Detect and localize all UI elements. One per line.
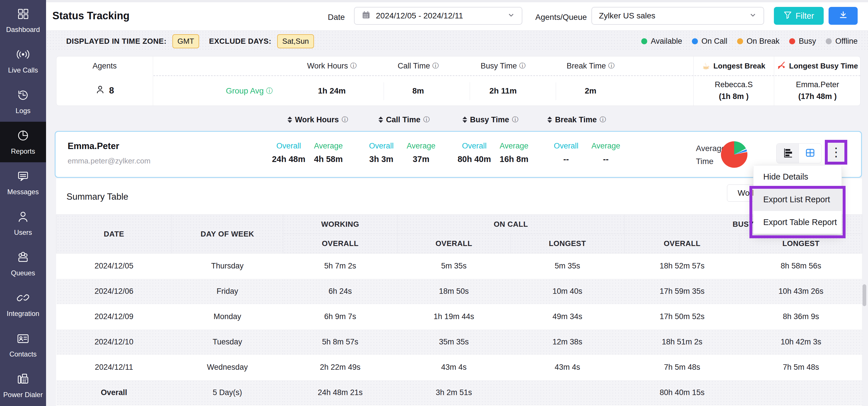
sidebar-item-dashboard[interactable]: Dashboard — [0, 0, 46, 40]
info-icon[interactable]: ⓘ — [266, 86, 273, 95]
group-header-on-call: ON CALL — [398, 215, 624, 234]
date-label: Date — [328, 13, 345, 22]
col-header-date[interactable]: DATE — [56, 215, 172, 253]
table-row[interactable]: 2024/12/06Friday6h 24s18m 50s10m 40s17h … — [56, 279, 862, 304]
info-icon[interactable]: ⓘ — [519, 62, 526, 70]
col-header-day-of-week[interactable]: DAY OF WEEK — [172, 215, 283, 253]
bar-chart-view-button[interactable] — [776, 144, 799, 163]
sidebar-item-label: Integration — [7, 310, 39, 318]
sidebar-item-label: Live Calls — [8, 66, 38, 74]
view-toggle — [776, 143, 822, 163]
group-avg-label: Group Avgⓘ — [206, 76, 292, 105]
calendar-icon — [362, 10, 371, 22]
menu-item-export-table-report[interactable]: Export Table Report — [753, 211, 841, 233]
sidebar-item-users[interactable]: Users — [0, 203, 46, 243]
work-hours-metric: Overall24h 48m Average4h 58m — [270, 142, 347, 164]
col-header-oncall-longest[interactable]: LONGEST — [510, 234, 624, 253]
sidebar-item-label: Users — [14, 228, 32, 237]
sidebar-item-label: Logs — [16, 107, 31, 115]
longest-busy-value: (17h 48m ) — [798, 92, 837, 101]
menu-item-hide-details[interactable]: Hide Details — [753, 165, 841, 188]
col-header-oncall-overall[interactable]: OVERALL — [398, 234, 510, 253]
call-time-average: 37m — [413, 155, 429, 164]
bar-chart-icon — [782, 147, 793, 159]
sidebar-item-messages[interactable]: Messages — [0, 162, 46, 203]
sidebar-item-queues[interactable]: Queues — [0, 243, 46, 284]
sidebar-item-label: Dashboard — [6, 26, 40, 34]
sidebar-item-label: Reports — [11, 147, 35, 155]
summary-table-title: Summary Table — [66, 192, 128, 202]
table-row-overall[interactable]: Overall5 Day(s)24h 48m 21s3h 2m 51s80h 4… — [56, 380, 862, 405]
info-icon[interactable]: ⓘ — [432, 62, 439, 70]
info-icon[interactable]: ⓘ — [350, 62, 356, 70]
phone-off-icon — [777, 61, 786, 71]
person-icon — [95, 85, 105, 97]
average-time-pie-chart[interactable] — [721, 141, 747, 168]
table-row[interactable]: 2024/12/11Wednesday2h 22m 49s43m 4s43m 4… — [56, 355, 862, 380]
sort-call-time[interactable]: Call Timeⓘ — [361, 112, 447, 128]
sort-work-hours[interactable]: Work Hoursⓘ — [275, 112, 361, 128]
info-icon[interactable]: ⓘ — [342, 115, 348, 124]
call-time-header: Call Timeⓘ — [375, 56, 461, 75]
break-time-value: 2m — [548, 76, 634, 105]
agent-email: emma.peter@zylker.com — [68, 157, 151, 165]
call-time-value: 8m — [375, 76, 461, 105]
timezone-label: DISPLAYED IN TIME ZONE: — [66, 37, 167, 46]
sidebar-item-reports[interactable]: Reports — [0, 122, 46, 162]
table-row[interactable]: 2024/12/09Monday6h 9m 7s1h 19m 44s49m 34… — [56, 304, 862, 330]
agent-card: Emma.Peter emma.peter@zylker.com Overall… — [55, 131, 862, 178]
sort-bar: Work Hoursⓘ Call Timeⓘ Busy Timeⓘ Break … — [275, 112, 620, 128]
menu-item-export-list-report[interactable]: Export List Report — [753, 188, 841, 211]
sidebar-item-contacts[interactable]: Contacts — [0, 324, 46, 365]
busy-dot — [789, 38, 795, 44]
filter-button-label: Filter — [796, 11, 814, 21]
info-icon[interactable]: ⓘ — [608, 62, 615, 70]
table-view-button[interactable] — [799, 144, 822, 163]
work-hours-header: Work Hoursⓘ — [289, 56, 375, 75]
table-grid-icon — [805, 148, 815, 159]
summary-table: DATE DAY OF WEEK WORKING ON CALL BUSY OV… — [56, 214, 862, 405]
agent-count: 8 — [56, 75, 153, 105]
on-break-dot — [737, 38, 743, 44]
col-header-busy-overall[interactable]: OVERALL — [624, 234, 740, 253]
sort-break-time[interactable]: Break Timeⓘ — [534, 112, 620, 128]
page-title: Status Tracking — [52, 10, 129, 22]
summary-table-section: Summary Table Work DATE DAY OF WEEK WORK… — [56, 178, 862, 406]
busy-time-header: Busy Timeⓘ — [460, 56, 546, 75]
user-icon — [17, 210, 30, 225]
longest-busy-column: Longest Busy Time Emma.Peter(17h 48m ) — [774, 56, 861, 105]
offline-dot — [826, 38, 832, 44]
download-button[interactable] — [829, 7, 858, 25]
sidebar-item-label: Messages — [7, 188, 38, 196]
info-icon[interactable]: ⓘ — [423, 115, 430, 124]
col-header-working-overall[interactable]: OVERALL — [283, 234, 398, 253]
sidebar-item-power-dialer[interactable]: Power Dialer — [0, 365, 46, 406]
topbar: Status Tracking Date 2024/12/05 - 2024/1… — [46, 2, 868, 31]
vertical-scrollbar-thumb[interactable] — [863, 284, 866, 306]
sidebar-item-integration[interactable]: Integration — [0, 284, 46, 324]
filter-button[interactable]: Filter — [774, 7, 824, 25]
sidebar-item-logs[interactable]: Logs — [0, 81, 46, 122]
info-icon[interactable]: ⓘ — [599, 115, 606, 124]
busy-time-average: 16h 8m — [500, 155, 528, 164]
sort-busy-time[interactable]: Busy Timeⓘ — [447, 112, 534, 128]
longest-break-value: (1h 8m ) — [719, 92, 749, 101]
contacts-card-icon — [17, 332, 30, 347]
col-header-busy-longest[interactable]: LONGEST — [740, 234, 862, 253]
legend-item-available: Available — [641, 37, 682, 46]
sidebar-item-live-calls[interactable]: Live Calls — [0, 40, 46, 81]
timezone-badge: GMT — [173, 34, 199, 48]
busy-time-metric: Overall80h 40m Average16h 8m — [456, 142, 533, 164]
table-row[interactable]: 2024/12/05Thursday5h 7m 2s5m 35s5m 35s18… — [56, 253, 862, 279]
info-icon[interactable]: ⓘ — [512, 115, 518, 124]
sort-icon — [287, 117, 292, 123]
reports-pie-icon — [17, 129, 30, 144]
exclude-days-label: EXCLUDE DAYS: — [209, 37, 271, 46]
break-time-average: -- — [603, 155, 609, 164]
on-call-dot — [692, 38, 698, 44]
kebab-menu-button[interactable]: ⋮ — [828, 143, 844, 162]
agents-queue-select[interactable]: Zylker US sales — [591, 7, 764, 25]
table-row[interactable]: 2024/12/10Tuesday5h 8m 57s35m 35s12m 38s… — [56, 330, 862, 355]
top-strip — [46, 0, 868, 2]
date-range-select[interactable]: 2024/12/05 - 2024/12/11 — [354, 7, 522, 25]
